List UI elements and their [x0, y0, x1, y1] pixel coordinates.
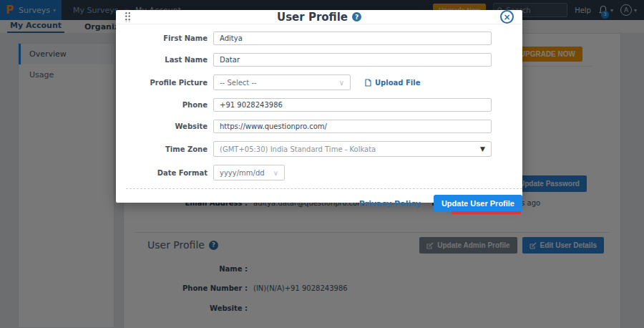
phone-input[interactable]	[213, 98, 492, 112]
caret-down-icon: ▼	[480, 145, 485, 153]
drag-handle-icon[interactable]	[125, 11, 131, 22]
first-name-row: First Name	[116, 32, 512, 45]
chevron-down-icon: ∨	[339, 79, 344, 87]
privacy-policy-link[interactable]: Privacy Policy	[359, 199, 421, 208]
file-icon	[365, 79, 371, 87]
website-row-modal: Website	[116, 120, 512, 133]
user-profile-modal: User Profile ? × First Name Last Name Pr…	[116, 10, 522, 203]
last-name-row: Last Name	[116, 53, 512, 67]
help-icon[interactable]: ?	[352, 12, 361, 21]
profile-picture-select[interactable]: -- Select -- ∨	[213, 74, 351, 90]
red-annotation-underline	[452, 211, 521, 214]
update-user-profile-button[interactable]: Update User Profile	[434, 195, 522, 212]
modal-body: First Name Last Name Profile Picture -- …	[116, 24, 522, 188]
website-input[interactable]	[213, 120, 492, 133]
time-zone-row: Time Zone (GMT+05:30) India Standard Tim…	[116, 141, 512, 157]
date-format-select-value: yyyy/mm/dd	[220, 169, 265, 177]
last-name-label: Last Name	[116, 56, 208, 64]
profile-picture-select-value: -- Select --	[220, 79, 257, 87]
time-zone-label: Time Zone	[116, 145, 208, 153]
website-label-modal: Website	[116, 122, 208, 130]
modal-header: User Profile ? ×	[116, 10, 522, 24]
modal-title-text: User Profile	[277, 11, 348, 24]
close-icon[interactable]: ×	[500, 10, 514, 24]
upload-file-label: Upload File	[375, 79, 420, 87]
phone-row-modal: Phone	[116, 98, 512, 112]
time-zone-select-value: (GMT+05:30) India Standard Time - Kolkat…	[220, 145, 376, 153]
date-format-row: Date Format yyyy/mm/dd ∨	[116, 165, 512, 180]
profile-picture-label: Profile Picture	[116, 79, 208, 87]
date-format-label: Date Format	[116, 169, 208, 177]
profile-picture-row: Profile Picture -- Select -- ∨ Upload Fi…	[116, 74, 512, 90]
modal-footer: Privacy Policy Update User Profile	[126, 188, 522, 212]
date-format-select[interactable]: yyyy/mm/dd ∨	[213, 165, 285, 180]
chevron-down-icon: ∨	[273, 169, 278, 177]
phone-label-modal: Phone	[116, 101, 208, 109]
last-name-input[interactable]	[213, 53, 492, 67]
first-name-input[interactable]	[213, 32, 492, 45]
modal-title: User Profile ?	[116, 11, 522, 24]
upload-file-link[interactable]: Upload File	[365, 79, 420, 87]
time-zone-select[interactable]: (GMT+05:30) India Standard Time - Kolkat…	[213, 141, 492, 157]
first-name-label: First Name	[116, 34, 208, 42]
